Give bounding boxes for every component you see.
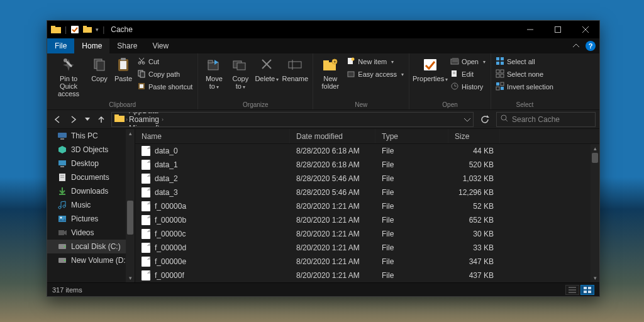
- scrollbar-up-icon[interactable]: ▴: [126, 129, 135, 138]
- tab-home[interactable]: Home: [74, 38, 109, 53]
- column-size[interactable]: Size: [448, 129, 500, 143]
- rename-button[interactable]: Rename: [281, 55, 309, 82]
- recent-locations-button[interactable]: [84, 112, 91, 127]
- file-row[interactable]: f_00000d8/20/2020 1:21 AMFile33 KB: [135, 241, 599, 255]
- new-folder-qat-icon[interactable]: [83, 26, 92, 33]
- navpane-item[interactable]: Pictures: [47, 212, 135, 226]
- address-dropdown-icon[interactable]: [464, 115, 470, 124]
- navpane-item[interactable]: Downloads: [47, 184, 135, 198]
- minimize-button[interactable]: [516, 21, 544, 38]
- open-button[interactable]: Open▾: [450, 56, 487, 67]
- history-button[interactable]: History: [450, 81, 487, 92]
- navpane-item[interactable]: Desktop: [47, 157, 135, 170]
- thumbnails-view-button[interactable]: [580, 285, 594, 295]
- file-name: f_00000c: [155, 230, 186, 238]
- file-size: 520 KB: [448, 160, 500, 169]
- svg-rect-48: [501, 57, 504, 60]
- tab-view[interactable]: View: [145, 38, 176, 53]
- navpane-item[interactable]: New Volume (D:): [47, 253, 135, 267]
- file-name: f_00000a: [155, 202, 186, 211]
- file-row[interactable]: data_38/28/2020 5:46 AMFile12,296 KB: [135, 186, 599, 199]
- cut-button[interactable]: Cut: [136, 56, 194, 67]
- navpane-item[interactable]: This PC: [47, 129, 135, 143]
- file-type: File: [375, 202, 448, 211]
- file-row[interactable]: data_18/28/2020 6:18 AMFile520 KB: [135, 158, 599, 172]
- column-name[interactable]: Name: [135, 129, 290, 143]
- forward-button[interactable]: [67, 112, 80, 127]
- copy-button[interactable]: Copy: [89, 55, 110, 82]
- svg-text:✦: ✦: [333, 59, 337, 65]
- svg-point-75: [64, 246, 65, 247]
- svg-point-72: [60, 217, 62, 219]
- tab-file[interactable]: File: [47, 38, 74, 53]
- breadcrumb-segment[interactable]: Roaming›: [129, 115, 164, 124]
- tab-share[interactable]: Share: [109, 38, 145, 53]
- navpane-item-label: Pictures: [71, 214, 98, 223]
- properties-qat-icon[interactable]: [70, 25, 79, 34]
- help-button[interactable]: ?: [586, 41, 596, 51]
- properties-button[interactable]: Properties▾: [413, 55, 447, 84]
- edit-button[interactable]: Edit: [450, 69, 487, 80]
- qat-separator: |: [103, 25, 104, 34]
- scrollbar-thumb[interactable]: [592, 153, 598, 163]
- details-view-button[interactable]: [565, 285, 579, 295]
- svg-line-62: [506, 119, 508, 121]
- navpane-item[interactable]: 3D Objects: [47, 143, 135, 157]
- svg-rect-49: [496, 62, 499, 65]
- scrollbar-down-icon[interactable]: ▾: [591, 274, 599, 282]
- up-button[interactable]: [95, 112, 108, 127]
- scrollbar-up-icon[interactable]: ▴: [591, 144, 599, 153]
- collapse-ribbon-button[interactable]: [570, 40, 582, 52]
- select-none-button[interactable]: Select none: [495, 69, 555, 80]
- file-size: 52 KB: [448, 202, 500, 211]
- column-date[interactable]: Date modified: [290, 129, 375, 143]
- qat-dropdown-icon[interactable]: ▾: [96, 26, 99, 33]
- navpane-item[interactable]: Documents: [47, 170, 135, 184]
- copy-to-button[interactable]: Copy to▾: [228, 55, 252, 91]
- file-row[interactable]: data_08/28/2020 6:18 AMFile44 KB: [135, 144, 599, 158]
- close-button[interactable]: [572, 21, 599, 38]
- column-type[interactable]: Type: [375, 129, 448, 143]
- navpane-item[interactable]: Local Disk (C:): [47, 240, 135, 253]
- file-type: File: [375, 216, 448, 225]
- scrollbar-down-icon[interactable]: ▾: [126, 274, 135, 282]
- svg-rect-52: [501, 70, 504, 73]
- svg-rect-3: [83, 27, 92, 33]
- file-row[interactable]: f_00000e8/20/2020 1:21 AMFile347 KB: [135, 255, 599, 269]
- file-row[interactable]: f_00000a8/20/2020 1:21 AMFile52 KB: [135, 199, 599, 213]
- search-box[interactable]: Search Cache: [496, 112, 596, 127]
- pin-to-quick-access-button[interactable]: Pin to Quick access: [51, 55, 86, 97]
- new-folder-button[interactable]: ✦ New folder: [317, 55, 343, 90]
- music-icon: [57, 201, 67, 209]
- file-row[interactable]: data_28/28/2020 5:46 AMFile1,032 KB: [135, 172, 599, 186]
- svg-point-36: [352, 58, 355, 61]
- select-all-icon: [496, 57, 504, 66]
- svg-rect-84: [588, 291, 591, 293]
- easy-access-button[interactable]: Easy access▾: [346, 69, 405, 80]
- copy-path-button[interactable]: Copy path: [136, 69, 194, 80]
- refresh-button[interactable]: [477, 112, 492, 127]
- scrollbar-thumb[interactable]: [127, 201, 133, 235]
- navpane-item[interactable]: Videos: [47, 226, 135, 240]
- move-to-button[interactable]: Move to▾: [202, 55, 226, 91]
- navpane-item-label: Downloads: [71, 187, 108, 196]
- navpane-item[interactable]: Music: [47, 198, 135, 212]
- paste-button[interactable]: Paste: [113, 55, 134, 82]
- invert-selection-button[interactable]: Invert selection: [495, 81, 555, 92]
- navpane-scrollbar[interactable]: ▴ ▾: [126, 129, 135, 282]
- file-row[interactable]: f_00000c8/20/2020 1:21 AMFile30 KB: [135, 227, 599, 241]
- maximize-button[interactable]: [544, 21, 572, 38]
- file-row[interactable]: f_00000f8/20/2020 1:21 AMFile437 KB: [135, 269, 599, 282]
- select-all-button[interactable]: Select all: [495, 56, 555, 67]
- back-button[interactable]: [51, 112, 64, 127]
- delete-button[interactable]: Delete▾: [255, 55, 279, 84]
- list-scrollbar[interactable]: ▴ ▾: [591, 144, 599, 282]
- breadcrumb-segment[interactable]: Microsoft›: [129, 124, 164, 127]
- svg-point-77: [64, 260, 65, 261]
- file-size: 30 KB: [448, 230, 500, 238]
- address-bar[interactable]: › Users›fatiw›AppData›Roaming›Microsoft›…: [111, 112, 474, 127]
- paste-shortcut-button[interactable]: Paste shortcut: [136, 81, 194, 92]
- file-row[interactable]: f_00000b8/20/2020 1:21 AMFile652 KB: [135, 213, 599, 227]
- file-type: File: [375, 271, 448, 280]
- new-item-button[interactable]: New item▾: [346, 56, 405, 67]
